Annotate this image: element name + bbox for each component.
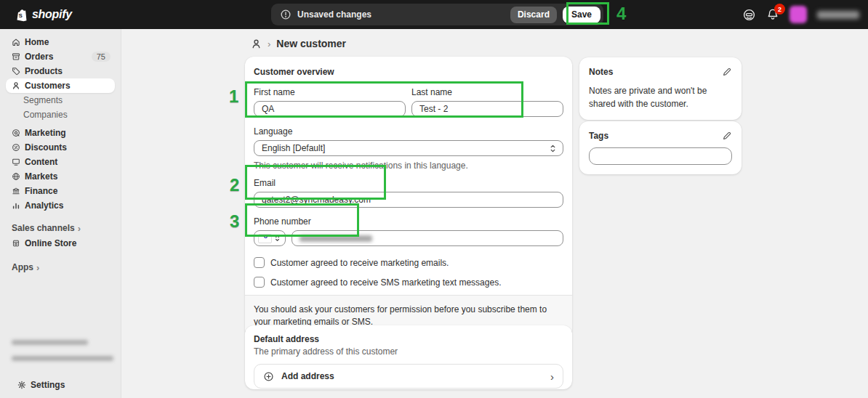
sidebar-item-products[interactable]: Products (6, 64, 115, 78)
sidebar: Home Orders 75 Products Customers Segmen… (0, 29, 121, 398)
marketing-emails-row: Customer agreed to receive marketing ema… (254, 257, 563, 268)
apps-label: Apps (12, 262, 33, 272)
sidebar-item-label: Customers (25, 81, 71, 91)
language-select[interactable]: English [Default] (254, 140, 563, 156)
annotation-number-2: 2 (230, 175, 239, 195)
language-value: English [Default] (262, 143, 544, 153)
sidebar-item-label: Analytics (25, 200, 63, 211)
sms-marketing-checkbox[interactable] (254, 277, 265, 288)
sidebar-item-customers[interactable]: Customers (6, 78, 115, 93)
sidebar-item-online-store[interactable]: Online Store (6, 236, 115, 251)
sidebar-item-label: Companies (23, 110, 68, 120)
shopify-bag-icon: S (16, 8, 28, 22)
sidebar-item-finance[interactable]: Finance (6, 184, 115, 198)
notification-badge: 2 (774, 4, 785, 15)
marketing-icon (11, 129, 21, 137)
marketing-emails-label: Customer agreed to receive marketing ema… (270, 258, 449, 268)
sidebar-item-markets[interactable]: Markets (6, 169, 115, 184)
plus-circle-icon (263, 371, 274, 382)
add-address-button[interactable]: Add address › (254, 364, 563, 389)
phone-group: Phone number (254, 216, 563, 246)
content-icon (11, 158, 21, 166)
gear-icon (17, 381, 27, 389)
breadcrumb: › New customer (251, 38, 346, 49)
tag-icon (11, 67, 21, 76)
tags-card: Tags (579, 121, 742, 174)
sidebar-item-label: Marketing (25, 128, 66, 138)
apps-header[interactable]: Apps › (6, 261, 115, 274)
sms-marketing-row: Customer agreed to receive SMS marketing… (254, 277, 563, 288)
language-help-text: This customer will receive notifications… (254, 161, 563, 171)
first-name-label: First name (254, 87, 406, 97)
sidebar-item-settings[interactable]: Settings (12, 378, 109, 392)
discard-button[interactable]: Discard (510, 7, 557, 23)
sidebar-item-label: Content (25, 157, 57, 167)
chevron-right-icon: › (36, 262, 39, 273)
sidebar-item-marketing[interactable]: Marketing (6, 126, 115, 140)
last-name-label: Last name (411, 87, 563, 97)
email-group: Email (254, 178, 563, 208)
avatar[interactable] (789, 6, 807, 23)
chevron-right-icon: › (78, 223, 81, 234)
pencil-icon (722, 131, 732, 141)
sidebar-item-label: Segments (23, 95, 63, 105)
unsaved-changes-label: Unsaved changes (297, 9, 371, 20)
store-icon (11, 239, 21, 248)
card-title: Default address (254, 334, 563, 344)
sidebar-item-segments[interactable]: Segments (6, 93, 115, 107)
sidebar-item-label: Settings (31, 380, 65, 390)
shopify-admin-new-customer: S shopify Unsaved changes Discard Save (0, 0, 868, 398)
default-address-subtitle: The primary address of this customer (254, 346, 563, 357)
select-chevrons-icon (549, 144, 557, 153)
notes-header: Notes (589, 67, 732, 77)
marketing-emails-checkbox[interactable] (254, 257, 265, 268)
orders-icon (11, 52, 21, 61)
customers-breadcrumb-icon[interactable] (251, 38, 262, 49)
notifications-bell[interactable]: 2 (766, 8, 779, 21)
sms-marketing-label: Customer agreed to receive SMS marketing… (270, 277, 501, 288)
customer-overview-card: Customer overview First name Last name L… (245, 57, 572, 337)
first-name-group: First name (254, 87, 406, 117)
language-group: Language English [Default] This customer… (254, 126, 563, 171)
blurred-text (12, 356, 113, 361)
sidebar-item-content[interactable]: Content (6, 155, 115, 169)
bar-chart-icon (11, 201, 21, 210)
sidebar-item-label: Finance (25, 186, 57, 196)
sidebar-item-orders[interactable]: Orders 75 (6, 49, 115, 64)
sales-channels-header[interactable]: Sales channels › (6, 222, 115, 235)
card-title: Notes (589, 67, 613, 77)
annotation-number-3: 3 (230, 211, 239, 232)
edit-notes-button[interactable] (722, 67, 732, 77)
add-address-label: Add address (281, 371, 334, 381)
pencil-icon (722, 67, 732, 77)
sidebar-item-analytics[interactable]: Analytics (6, 198, 115, 213)
country-code-select[interactable] (254, 230, 286, 246)
india-flag-icon (258, 234, 272, 243)
topbar-right: 2 (742, 0, 865, 29)
tags-header: Tags (589, 131, 732, 141)
customer-overview-section: Customer overview First name Last name L… (245, 57, 572, 295)
sidebar-item-companies[interactable]: Companies (6, 107, 115, 122)
svg-text:S: S (19, 12, 23, 19)
first-name-input[interactable] (254, 101, 406, 117)
sidebar-item-discounts[interactable]: Discounts (6, 140, 115, 155)
phone-label: Phone number (254, 216, 563, 227)
blurred-phone-value (300, 235, 372, 242)
shopify-logo[interactable]: S shopify (16, 0, 72, 29)
chevron-right-icon: › (550, 370, 554, 383)
bank-icon (11, 187, 21, 195)
sidebar-item-label: Markets (25, 171, 57, 182)
sidebar-item-label: Orders (25, 52, 53, 62)
language-label: Language (254, 126, 563, 137)
phone-input[interactable] (292, 230, 563, 246)
sidebar-item-label: Online Store (25, 238, 76, 248)
sidekick-icon[interactable] (742, 8, 756, 22)
sidebar-item-home[interactable]: Home (6, 35, 115, 49)
alert-circle-icon (280, 9, 292, 20)
phone-row (254, 230, 563, 246)
save-button[interactable]: Save (563, 7, 600, 23)
last-name-input[interactable] (411, 101, 563, 117)
edit-tags-button[interactable] (722, 131, 732, 141)
email-input[interactable] (254, 192, 563, 208)
tags-input[interactable] (589, 147, 732, 165)
